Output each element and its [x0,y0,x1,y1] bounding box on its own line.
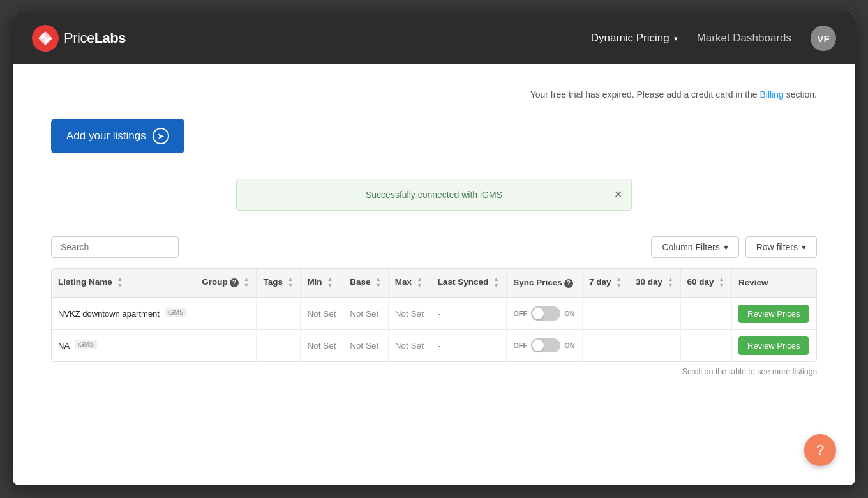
sync-prices-help-icon[interactable]: ? [564,279,573,288]
sync-prices-toggle[interactable] [531,338,560,352]
cell-7day [582,298,629,330]
col-group: Group? ▲▼ [195,269,257,298]
logo-icon [32,25,59,52]
sort-icon[interactable]: ▲▼ [719,276,724,289]
chevron-down-icon: ▾ [724,242,728,252]
column-filters-button[interactable]: Column Filters ▾ [651,236,738,258]
search-input[interactable] [51,236,179,258]
logo-text: PriceLabs [64,30,126,47]
close-notification-button[interactable]: ✕ [614,190,622,200]
col-tags: Tags ▲▼ [257,269,301,298]
navbar: PriceLabs Dynamic Pricing ▾ Market Dashb… [13,13,855,64]
table-row: NVKZ downtown apartment iGMS Not Set Not… [52,298,816,330]
cell-7day [582,329,629,361]
review-prices-button[interactable]: Review Prices [738,305,809,323]
logo[interactable]: PriceLabs [32,25,126,52]
nav-market-dashboards[interactable]: Market Dashboards [697,32,791,45]
sort-icon[interactable]: ▲▼ [375,276,381,289]
row-filters-button[interactable]: Row filters ▾ [745,236,817,258]
cell-review: Review Prices [732,298,816,330]
cell-max: Not Set [388,329,431,361]
cell-sync-prices: OFF ON [507,329,583,361]
nav-dynamic-pricing[interactable]: Dynamic Pricing ▾ [591,32,678,45]
cell-base: Not Set [343,298,389,330]
filter-buttons: Column Filters ▾ Row filters ▾ [651,236,817,258]
sort-icon[interactable]: ▲▼ [417,276,423,289]
cell-group [195,298,257,330]
sort-icon[interactable]: ▲▼ [327,276,333,289]
filters-row: Column Filters ▾ Row filters ▾ [51,236,817,258]
billing-link[interactable]: Billing [760,89,784,100]
sort-icon[interactable]: ▲▼ [668,276,673,289]
cell-30day [629,329,680,361]
cell-min: Not Set [301,329,343,361]
cell-min: Not Set [301,298,343,330]
success-notification: Successfully connected with iGMS ✕ [236,179,632,211]
cell-listing-name: NVKZ downtown apartment iGMS [52,298,195,330]
col-30day: 30 day ▲▼ [629,269,680,298]
table-row: NA iGMS Not Set Not Set Not Set - OFF ON [52,329,816,361]
trial-banner: Your free trial has expired. Please add … [51,89,817,100]
sort-icon[interactable]: ▲▼ [288,276,294,289]
sort-icon[interactable]: ▲▼ [117,276,123,289]
group-help-icon[interactable]: ? [230,278,239,287]
avatar[interactable]: VF [811,26,836,51]
cell-group [195,329,257,361]
cell-60day [680,298,732,330]
col-last-synced: Last Synced ▲▼ [431,269,507,298]
col-listing-name: Listing Name ▲▼ [52,269,195,298]
cell-max: Not Set [388,298,431,330]
arrow-right-icon: ➤ [153,128,169,144]
cell-last-synced: - [431,298,507,330]
sort-icon[interactable]: ▲▼ [243,276,249,289]
col-review: Review [732,269,816,298]
table-header-row: Listing Name ▲▼ Group? ▲▼ Tags ▲▼ Min [52,269,816,298]
sort-icon[interactable]: ▲▼ [493,276,499,289]
cell-60day [680,329,732,361]
main-content: Your free trial has expired. Please add … [13,64,855,485]
cell-base: Not Set [343,329,389,361]
scroll-hint: Scroll on the table to see more listings [51,367,817,376]
chevron-down-icon: ▾ [802,242,806,252]
col-60day: 60 day ▲▼ [680,269,732,298]
cell-sync-prices: OFF ON [507,298,583,330]
review-prices-button[interactable]: Review Prices [738,336,809,355]
col-max: Max ▲▼ [388,269,431,298]
cell-30day [629,298,680,330]
sync-prices-toggle[interactable] [531,306,560,321]
col-7day: 7 day ▲▼ [582,269,629,298]
listings-table-container: Listing Name ▲▼ Group? ▲▼ Tags ▲▼ Min [51,268,817,362]
nav-right: Dynamic Pricing ▾ Market Dashboards VF [591,26,836,51]
chevron-down-icon: ▾ [674,34,678,43]
cell-listing-name: NA iGMS [52,329,195,361]
listings-table: Listing Name ▲▼ Group? ▲▼ Tags ▲▼ Min [52,269,816,361]
add-listings-button[interactable]: Add your listings ➤ [51,119,184,153]
cell-review: Review Prices [732,329,816,361]
sort-icon[interactable]: ▲▼ [616,276,622,289]
col-sync-prices: Sync Prices? [507,269,583,298]
cell-tags [257,329,301,361]
cell-last-synced: - [431,329,507,361]
search-wrap [51,236,179,258]
col-min: Min ▲▼ [301,269,343,298]
col-base: Base ▲▼ [343,269,389,298]
cell-tags [257,298,301,330]
help-fab-button[interactable]: ? [804,434,836,466]
